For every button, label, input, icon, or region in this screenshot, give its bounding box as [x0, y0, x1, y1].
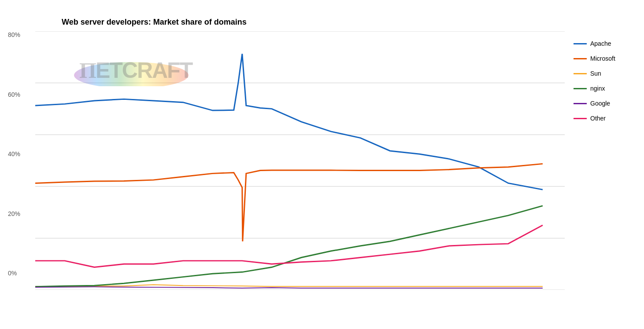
main-svg: 80% 60% 40% 20% 0% Jun 2009 Jan 2010 Aug… — [35, 31, 565, 290]
legend-item-nginx: nginx — [574, 85, 635, 92]
legend-item-apache: Apache — [574, 40, 635, 47]
legend-label-google: Google — [590, 100, 610, 107]
y-label-0: 0% — [8, 270, 20, 277]
legend-item-google: Google — [574, 100, 635, 107]
y-label-80: 80% — [8, 31, 20, 38]
legend-label-sun: Sun — [590, 70, 601, 77]
chart-plot: ПETCRAFT 80% 60% 40% 20% 0% Jun 20 — [35, 31, 565, 290]
chart-area: ПETCRAFT 80% 60% 40% 20% 0% Jun 20 — [35, 31, 635, 290]
microsoft-line — [35, 164, 543, 241]
legend-line-other — [574, 118, 587, 119]
legend-line-microsoft — [574, 58, 587, 59]
apache-line — [35, 54, 543, 190]
nginx-line — [35, 206, 543, 287]
chart-title: Web server developers: Market share of d… — [62, 18, 635, 27]
legend-label-apache: Apache — [590, 40, 611, 47]
y-label-20: 20% — [8, 210, 20, 217]
legend-label-microsoft: Microsoft — [590, 55, 615, 62]
google-line — [35, 287, 543, 288]
chart-container: Web server developers: Market share of d… — [0, 0, 644, 329]
legend-line-sun — [574, 73, 587, 74]
legend-label-nginx: nginx — [590, 85, 605, 92]
y-label-60: 60% — [8, 91, 20, 98]
legend-item-microsoft: Microsoft — [574, 55, 635, 62]
legend-line-nginx — [574, 88, 587, 89]
legend-line-google — [574, 103, 587, 104]
legend-line-apache — [574, 43, 587, 44]
legend-item-other: Other — [574, 115, 635, 122]
legend: Apache Microsoft Sun nginx Google Other — [565, 31, 635, 290]
legend-label-other: Other — [590, 115, 606, 122]
y-label-40: 40% — [8, 150, 20, 157]
legend-item-sun: Sun — [574, 70, 635, 77]
